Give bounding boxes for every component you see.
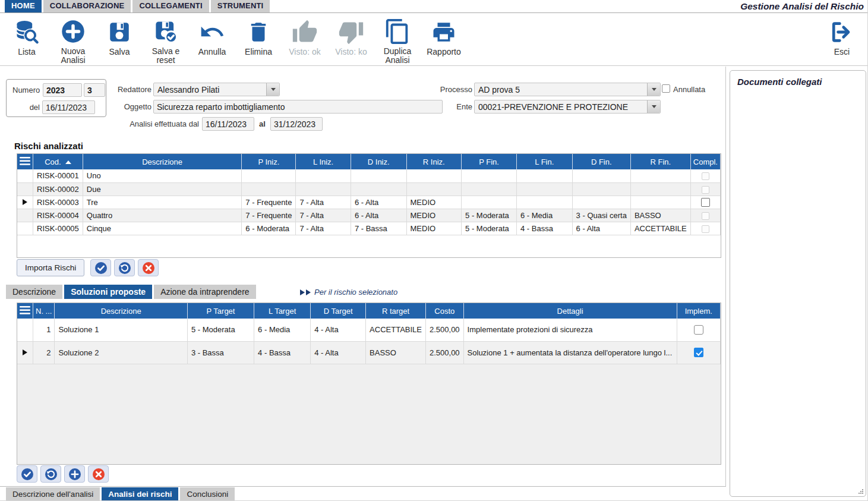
visto-ok-label: Visto: ok xyxy=(289,48,320,57)
refresh-button[interactable] xyxy=(114,259,135,276)
solution-row-2-selected[interactable]: 2 Soluzione 2 3 - Bassa 4 - Bassa 4 - Al… xyxy=(17,341,721,364)
compl-checkbox[interactable] xyxy=(702,172,709,180)
del-date-field[interactable] xyxy=(42,100,95,114)
oggetto-field[interactable] xyxy=(153,100,443,114)
duplica-analisi-button[interactable]: Duplica Analisi xyxy=(374,14,421,65)
al-label: al xyxy=(259,119,266,128)
compl-checkbox[interactable] xyxy=(702,225,709,233)
elimina-button[interactable]: Elimina xyxy=(235,14,282,65)
menu-tab-collaborazione[interactable]: COLLABORAZIONE xyxy=(43,0,131,12)
periodo-al-field[interactable] xyxy=(270,117,323,131)
lista-button[interactable]: Lista xyxy=(4,14,50,65)
confirm-button[interactable] xyxy=(17,465,37,483)
risk-row-4[interactable]: RISK-00004 Quattro 7 - Frequente 7 - Alt… xyxy=(17,209,721,222)
chevron-down-icon[interactable] xyxy=(647,83,660,96)
confirm-button[interactable] xyxy=(90,259,111,276)
risks-col-l-fin[interactable]: L Fin. xyxy=(516,154,572,169)
importa-rischi-button[interactable]: Importa Rischi xyxy=(17,259,84,276)
menu-tab-strumenti[interactable]: STRUMENTI xyxy=(211,0,270,12)
ente-value: 00021-PREVENZIONE E PROTEZIONE xyxy=(475,102,647,112)
numero-n-field[interactable] xyxy=(84,83,105,97)
chevron-down-icon[interactable] xyxy=(266,83,279,96)
annullata-label: Annullata xyxy=(673,85,705,94)
risks-col-descrizione[interactable]: Descrizione xyxy=(83,154,242,169)
grid-menu-button[interactable] xyxy=(17,303,33,319)
risks-col-r-iniz[interactable]: R Iniz. xyxy=(406,154,462,169)
risks-col-p-fin[interactable]: P Fin. xyxy=(462,154,517,169)
risks-col-r-fin[interactable]: R Fin. xyxy=(630,154,690,169)
sols-col-n[interactable]: N. ... xyxy=(33,303,55,319)
numero-group: Numero del xyxy=(6,79,106,117)
processo-value: AD prova 5 xyxy=(475,85,647,94)
salva-label: Salva xyxy=(109,48,130,57)
resize-grip[interactable] xyxy=(858,489,864,494)
visto-ok-button[interactable]: Visto: ok xyxy=(282,14,328,65)
risks-col-compl[interactable]: Compl. xyxy=(690,154,720,169)
tab-soluzioni-proposte[interactable]: Soluzioni proposte xyxy=(64,285,152,299)
sols-col-implem[interactable]: Implem. xyxy=(677,303,720,319)
oggetto-label: Oggetto xyxy=(110,102,151,111)
menu-tab-home[interactable]: HOME xyxy=(5,0,42,12)
sols-col-p-target[interactable]: P Target xyxy=(187,303,254,319)
implem-checkbox[interactable] xyxy=(694,325,703,335)
rapporto-button[interactable]: Rapporto xyxy=(421,14,467,65)
sols-col-l-target[interactable]: L Target xyxy=(254,303,311,319)
solutions-actions xyxy=(17,465,109,483)
risks-col-cod[interactable]: Cod. xyxy=(33,154,83,169)
tab-descrizione-analisi[interactable]: Descrizione dell'analisi xyxy=(6,487,100,501)
tab-azione-da-intraprendere[interactable]: Azione da intraprendere xyxy=(154,285,255,299)
grid-menu-button[interactable] xyxy=(17,154,33,169)
selected-row-arrow-icon xyxy=(23,199,27,205)
numero-year-field[interactable] xyxy=(43,83,82,97)
risks-col-d-fin[interactable]: D Fin. xyxy=(572,154,630,169)
sols-col-dettagli[interactable]: Dettagli xyxy=(463,303,677,319)
annullata-checkbox[interactable] xyxy=(662,84,670,93)
processo-select[interactable]: AD prova 5 xyxy=(474,83,661,96)
refresh-button[interactable] xyxy=(40,465,61,483)
tab-conclusioni[interactable]: Conclusioni xyxy=(180,487,235,501)
risks-col-d-iniz[interactable]: D Iniz. xyxy=(351,154,406,169)
sols-col-costo[interactable]: Costo xyxy=(425,303,463,319)
selected-row-arrow-icon xyxy=(23,349,27,355)
sols-col-descrizione[interactable]: Descrizione xyxy=(55,303,187,319)
risk-row-3-selected[interactable]: RISK-00003 Tre 7 - Frequente 7 - Alta 6 … xyxy=(17,196,721,209)
risk-row-1[interactable]: RISK-00001 Uno xyxy=(17,169,721,182)
sols-col-r-target[interactable]: R target xyxy=(366,303,426,319)
add-row-button[interactable] xyxy=(64,465,85,483)
delete-row-button[interactable] xyxy=(138,259,159,276)
implem-checkbox[interactable] xyxy=(694,348,703,357)
compl-checkbox[interactable] xyxy=(702,212,709,220)
refresh-circle-icon xyxy=(45,468,58,481)
thumbs-down-icon xyxy=(338,17,364,47)
annulla-button[interactable]: Annulla xyxy=(189,14,235,65)
risk-row-5[interactable]: RISK-00005 Cinque 6 - Moderata 7 - Alta … xyxy=(17,222,721,235)
esci-label: Esci xyxy=(834,48,850,57)
risks-col-p-iniz[interactable]: P Iniz. xyxy=(242,154,296,169)
risks-col-l-iniz[interactable]: L Iniz. xyxy=(296,154,351,169)
menu-tab-collegamenti[interactable]: COLLEGAMENTI xyxy=(132,0,209,12)
visto-ko-button[interactable]: Visto: ko xyxy=(328,14,374,65)
compl-checkbox[interactable] xyxy=(701,198,710,207)
salva-e-reset-button[interactable]: Salva e reset xyxy=(143,14,189,65)
tab-descrizione[interactable]: Descrizione xyxy=(6,285,62,299)
risk-row-2[interactable]: RISK-00002 Due xyxy=(17,182,721,196)
toolbar: Lista Nuova Analisi Salva xyxy=(0,13,867,66)
check-circle-icon xyxy=(94,261,108,275)
documenti-collegati-title: Documenti collegati xyxy=(737,77,866,87)
delete-row-button[interactable] xyxy=(88,465,109,483)
chevron-down-icon[interactable] xyxy=(647,100,660,113)
esci-button[interactable]: Esci xyxy=(821,14,863,65)
compl-checkbox[interactable] xyxy=(702,186,709,194)
copy-icon xyxy=(384,17,411,46)
sols-col-d-target[interactable]: D Target xyxy=(311,303,366,319)
salva-button[interactable]: Salva xyxy=(96,14,143,65)
undo-icon xyxy=(199,17,225,47)
periodo-dal-field[interactable] xyxy=(202,117,254,131)
redattore-select[interactable]: Alessandro Pilati xyxy=(153,83,280,96)
menu-bar: HOME COLLABORAZIONE COLLEGAMENTI STRUMEN… xyxy=(0,0,867,13)
tab-analisi-dei-rischi[interactable]: Analisi dei rischi xyxy=(102,487,178,501)
exit-icon xyxy=(829,17,855,47)
solution-row-1[interactable]: 1 Soluzione 1 5 - Moderata 6 - Media 4 -… xyxy=(17,319,721,341)
nuova-analisi-button[interactable]: Nuova Analisi xyxy=(50,14,96,65)
ente-select[interactable]: 00021-PREVENZIONE E PROTEZIONE xyxy=(474,100,661,114)
